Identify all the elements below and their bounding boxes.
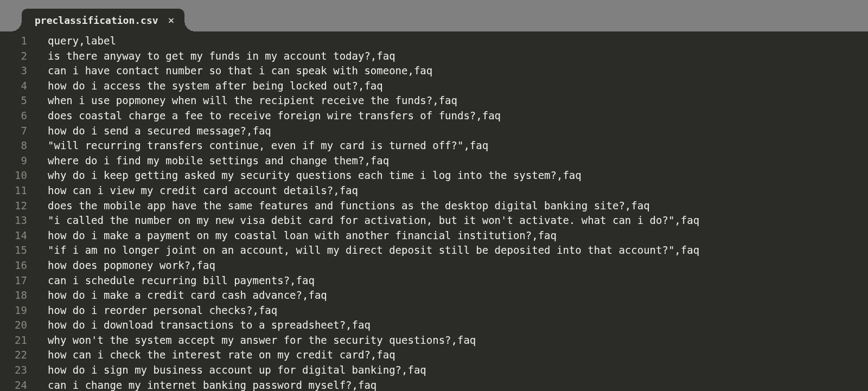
line-number: 20 — [0, 318, 33, 333]
line-number: 8 — [0, 138, 33, 153]
line-number: 4 — [0, 79, 33, 94]
editor-line[interactable]: how do i sign my business account up for… — [48, 363, 868, 378]
editor-line[interactable]: how can i check the interest rate on my … — [48, 348, 868, 363]
tab-filename: preclassification.csv — [35, 15, 158, 26]
editor-line[interactable]: why do i keep getting asked my security … — [48, 168, 868, 183]
line-number: 7 — [0, 124, 33, 139]
line-number-gutter: 123456789101112131415161718192021222324 — [0, 31, 33, 391]
line-number: 21 — [0, 333, 33, 348]
editor-line[interactable]: "i called the number on my new visa debi… — [48, 213, 868, 228]
editor-line[interactable]: how do i access the system after being l… — [48, 79, 868, 94]
editor-line[interactable]: "if i am no longer joint on an account, … — [48, 243, 868, 258]
line-number: 10 — [0, 168, 33, 183]
editor-line[interactable]: how do i download transactions to a spre… — [48, 318, 868, 333]
editor-line[interactable]: query,label — [48, 34, 868, 49]
line-number: 15 — [0, 243, 33, 258]
editor-line[interactable]: how can i view my credit card account de… — [48, 183, 868, 198]
editor-line[interactable]: how do i reorder personal checks?,faq — [48, 303, 868, 318]
line-number: 22 — [0, 348, 33, 363]
file-tab[interactable]: preclassification.csv × — [22, 9, 184, 31]
line-number: 9 — [0, 153, 33, 169]
line-number: 1 — [0, 34, 33, 49]
line-number: 6 — [0, 108, 33, 124]
editor-line[interactable]: how do i send a secured message?,faq — [48, 124, 868, 139]
line-number: 13 — [0, 213, 33, 228]
line-number: 17 — [0, 273, 33, 289]
line-number: 24 — [0, 378, 33, 391]
line-number: 14 — [0, 228, 33, 243]
editor-line[interactable]: how do i make a credit card cash advance… — [48, 288, 868, 303]
editor-line[interactable]: can i schedule recurring bill payments?,… — [48, 273, 868, 289]
line-number: 16 — [0, 258, 33, 273]
line-number: 2 — [0, 49, 33, 64]
editor-line[interactable]: can i have contact number so that i can … — [48, 63, 868, 79]
editor-area[interactable]: 123456789101112131415161718192021222324 … — [0, 31, 868, 391]
line-number: 5 — [0, 93, 33, 108]
editor-line[interactable]: can i change my internet banking passwor… — [48, 378, 868, 391]
line-number: 3 — [0, 63, 33, 79]
close-icon[interactable]: × — [168, 15, 175, 25]
editor-content[interactable]: query,labelis there anyway to get my fun… — [33, 31, 868, 391]
editor-line[interactable]: "will recurring transfers continue, even… — [48, 138, 868, 153]
line-number: 12 — [0, 198, 33, 214]
editor-line[interactable]: does the mobile app have the same featur… — [48, 198, 868, 214]
editor-line[interactable]: how does popmoney work?,faq — [48, 258, 868, 273]
line-number: 23 — [0, 363, 33, 378]
editor-line[interactable]: does coastal charge a fee to receive for… — [48, 108, 868, 124]
editor-line[interactable]: why won't the system accept my answer fo… — [48, 333, 868, 348]
line-number: 18 — [0, 288, 33, 303]
editor-line[interactable]: is there anyway to get my funds in my ac… — [48, 49, 868, 64]
editor-line[interactable]: where do i find my mobile settings and c… — [48, 153, 868, 169]
editor-line[interactable]: how do i make a payment on my coastal lo… — [48, 228, 868, 243]
line-number: 19 — [0, 303, 33, 318]
line-number: 11 — [0, 183, 33, 198]
editor-line[interactable]: when i use popmoney when will the recipi… — [48, 93, 868, 108]
tab-bar: preclassification.csv × — [0, 0, 868, 31]
